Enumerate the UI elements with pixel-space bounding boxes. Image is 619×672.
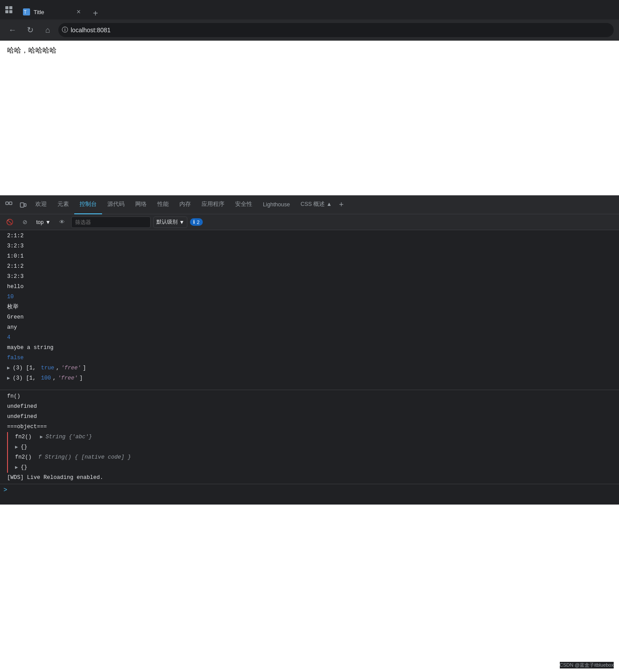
tab-network[interactable]: 网络 — [130, 196, 152, 214]
log-level-label: 默认级别 — [156, 218, 178, 226]
console-text: fn2() f String() { [native code] } — [15, 453, 131, 462]
tab-title: Title — [34, 9, 71, 15]
console-text: 2:1:2 — [7, 232, 24, 240]
console-text: true — [41, 364, 54, 372]
tab-close-button[interactable]: × — [74, 8, 83, 16]
console-text: 'free' — [58, 374, 78, 383]
console-text: fn() — [7, 392, 20, 401]
console-text: [WDS] Live Reloading enabled. — [7, 473, 103, 482]
expand-icon[interactable]: ▶ — [7, 374, 10, 383]
tab-memory-label: 内存 — [179, 201, 191, 208]
tab-security[interactable]: 安全性 — [230, 196, 258, 214]
new-tab-button[interactable]: + — [89, 7, 102, 19]
tab-console[interactable]: 控制台 — [74, 196, 102, 214]
console-text: 10 — [7, 292, 14, 301]
address-input[interactable]: ⓘ localhost:8081 — [58, 23, 614, 37]
console-line: 3:2:3 — [0, 241, 619, 251]
console-text: ===object=== — [7, 422, 47, 431]
console-line: 2:1:2 — [0, 262, 619, 272]
devtools-more-tabs-button[interactable]: + — [339, 200, 344, 209]
console-toolbar: 🚫 ⊘ top ▼ 👁 默认级别 ▼ ℹ 2 — [0, 214, 619, 230]
expand-icon[interactable]: ▶ — [40, 433, 43, 441]
tab-bar: T Title × + — [18, 0, 102, 19]
tab-application-label: 应用程序 — [201, 201, 224, 208]
console-text: (3) [1, — [13, 374, 39, 383]
console-line: 3:2:3 — [0, 272, 619, 282]
tab-elements[interactable]: 元素 — [52, 196, 74, 214]
page-text: 哈哈，哈哈哈哈 — [7, 46, 612, 55]
devtools-inspector-icon[interactable] — [2, 198, 16, 212]
console-text: maybe a string — [7, 343, 53, 352]
console-text: 3:2:3 — [7, 242, 24, 251]
filter-icon[interactable]: ⊘ — [19, 216, 31, 228]
devtools-tab-bar: 欢迎 元素 控制台 源代码 网络 性能 内存 应用程序 安全性 Lighthou… — [0, 196, 619, 214]
console-text: 100 — [41, 374, 51, 383]
console-text: any — [7, 323, 17, 332]
filter-input[interactable] — [71, 216, 151, 228]
console-text: {} — [21, 463, 27, 472]
expand-icon[interactable]: ▶ — [15, 463, 18, 472]
console-text: fn2() — [15, 433, 38, 441]
console-line: ===object=== — [0, 422, 619, 432]
console-input-row: > — [0, 484, 619, 495]
devtools-device-icon[interactable] — [16, 198, 30, 212]
svg-rect-7 — [9, 202, 12, 205]
console-input[interactable] — [11, 486, 615, 493]
expand-icon[interactable]: ▶ — [7, 364, 10, 372]
console-line[interactable]: ▶ (3) [1, 100, 'free'] — [0, 373, 619, 383]
tab-css-overview-label: CSS 概述 ▲ — [300, 201, 332, 208]
console-line[interactable]: ▶ {} — [8, 463, 619, 473]
svg-rect-2 — [5, 10, 8, 13]
tab-lighthouse[interactable]: Lighthouse — [258, 196, 295, 214]
console-line: Green — [0, 312, 619, 323]
console-group: fn2() ▶ String {'abc'} ▶ {} fn2() f Stri… — [7, 432, 619, 473]
tab-network-label: 网络 — [135, 201, 147, 208]
badge-info-icon: ℹ — [193, 219, 195, 225]
browser-tab-active[interactable]: T Title × — [18, 4, 88, 19]
page-content: 哈哈，哈哈哈哈 — [0, 41, 619, 195]
tab-memory[interactable]: 内存 — [174, 196, 196, 214]
address-bar: ← ↻ ⌂ ⓘ localhost:8081 — [0, 19, 619, 41]
home-button[interactable]: ⌂ — [41, 23, 55, 37]
tab-welcome-label: 欢迎 — [35, 201, 47, 208]
tab-css-overview[interactable]: CSS 概述 ▲ — [295, 196, 337, 214]
log-level-chevron: ▼ — [179, 219, 185, 225]
tab-lighthouse-label: Lighthouse — [263, 201, 290, 208]
console-line: 1:0:1 — [0, 251, 619, 262]
console-text: 枚举 — [7, 303, 19, 311]
context-selector[interactable]: top ▼ — [34, 216, 53, 228]
tab-welcome[interactable]: 欢迎 — [30, 196, 52, 214]
context-dropdown-icon: ▼ — [46, 219, 51, 225]
console-line[interactable]: ▶ {} — [8, 442, 619, 452]
context-label: top — [36, 219, 44, 225]
badge-count: 2 — [197, 220, 199, 225]
browser-titlebar: T Title × + — [0, 0, 619, 19]
console-text: , — [56, 364, 60, 372]
expand-icon[interactable]: ▶ — [15, 443, 18, 452]
svg-rect-6 — [6, 202, 8, 205]
tab-elements-label: 元素 — [57, 201, 69, 208]
tab-application[interactable]: 应用程序 — [196, 196, 230, 214]
console-line: hello — [0, 282, 619, 292]
eye-icon[interactable]: 👁 — [56, 216, 68, 228]
devtools-panel: 欢迎 元素 控制台 源代码 网络 性能 内存 应用程序 安全性 Lighthou… — [0, 195, 619, 505]
info-badge[interactable]: ℹ 2 — [190, 218, 202, 226]
console-line: undefined — [0, 402, 619, 412]
log-level-selector[interactable]: 默认级别 ▼ — [153, 216, 188, 228]
console-line: fn2() f String() { [native code] } — [8, 452, 619, 463]
refresh-button[interactable]: ↻ — [23, 23, 37, 37]
tab-sources[interactable]: 源代码 — [102, 196, 130, 214]
console-line[interactable]: ▶ (3) [1, true, 'free'] — [0, 363, 619, 373]
console-line: [WDS] Live Reloading enabled. — [0, 473, 619, 483]
console-text: hello — [7, 282, 24, 291]
console-text: 2:1:2 — [7, 262, 24, 271]
tab-performance-label: 性能 — [157, 201, 169, 208]
back-button[interactable]: ← — [5, 23, 19, 37]
console-text: 3:2:3 — [7, 272, 24, 281]
console-text: 1:0:1 — [7, 252, 24, 261]
clear-console-button[interactable]: 🚫 — [4, 216, 16, 228]
console-line: 4 — [0, 333, 619, 343]
svg-rect-0 — [5, 6, 8, 9]
tab-performance[interactable]: 性能 — [152, 196, 174, 214]
console-line: false — [0, 353, 619, 363]
